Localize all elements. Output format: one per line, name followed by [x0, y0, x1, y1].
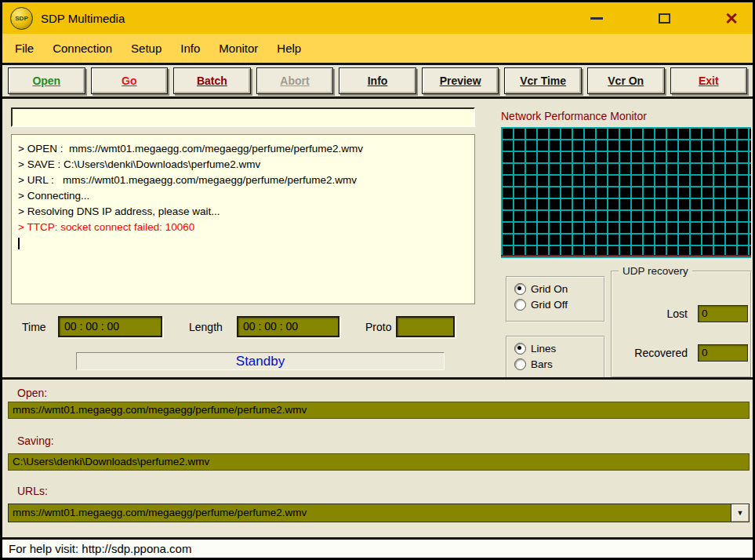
section-divider — [2, 377, 753, 380]
minimize-icon — [590, 17, 603, 20]
log-line: > OPEN : mms://wmt01.megaegg.com/megaegg… — [18, 141, 468, 157]
grid-on-label: Grid On — [531, 283, 568, 295]
menu-item-connection[interactable]: Connection — [43, 42, 122, 55]
abort-button: Abort — [256, 67, 334, 94]
radio-icon — [514, 283, 526, 295]
monitor-title: Network Performance Monitor — [501, 110, 647, 122]
log-line: > URL : mms://wmt01.megaegg.com/megaegg/… — [18, 173, 468, 188]
open-button[interactable]: Open — [8, 67, 85, 94]
menu-item-file[interactable]: File — [5, 42, 43, 55]
urls-combo-value: mms://wmt01.megaegg.com/megaegg/perfume/… — [9, 504, 731, 522]
lost-field: 0 — [698, 305, 748, 322]
graph-baseline — [501, 255, 751, 256]
window-title: SDP Multimedia — [41, 12, 125, 25]
udp-recovery-title: UDP recovery — [619, 265, 692, 277]
log-line: > Connecting... — [18, 188, 468, 204]
grid-off-label: Grid Off — [531, 299, 568, 311]
menu-item-setup[interactable]: Setup — [122, 42, 171, 55]
open-label: Open: — [17, 387, 47, 399]
toolbar: Open Go Batch Abort Info Preview Vcr Tim… — [2, 65, 753, 99]
radio-icon — [514, 358, 526, 370]
radio-icon — [514, 343, 526, 355]
window-controls: ✕ — [543, 6, 745, 30]
recovered-label: Recovered — [634, 347, 688, 359]
status-bar: For help visit: http://sdp.ppona.com — [2, 537, 753, 558]
go-button[interactable]: Go — [91, 67, 169, 94]
app-logo-text: SDP — [15, 15, 27, 22]
udp-recovered-row: Recovered 0 — [634, 344, 748, 362]
batch-button[interactable]: Batch — [173, 67, 251, 94]
titlebar: SDP SDP Multimedia ✕ — [2, 2, 753, 34]
udp-recovery-group: UDP recovery Lost 0 Recovered 0 — [611, 271, 752, 378]
udp-lost-row: Lost 0 — [667, 305, 748, 322]
urls-combobox[interactable]: mms://wmt01.megaegg.com/megaegg/perfume/… — [8, 504, 750, 522]
bars-label: Bars — [531, 358, 553, 370]
exit-button[interactable]: Exit — [670, 67, 748, 94]
grid-options-group: Grid On Grid Off — [506, 276, 605, 322]
proto-field — [396, 316, 455, 337]
radio-icon — [514, 299, 526, 311]
open-field: mms://wmt01.megaegg.com/megaegg/perfume/… — [8, 402, 750, 419]
minimize-button[interactable] — [583, 6, 610, 30]
maximize-button[interactable] — [651, 6, 677, 30]
url-input[interactable] — [11, 107, 475, 127]
recovered-field: 0 — [698, 344, 748, 362]
length-field: 00 : 00 : 00 — [237, 316, 339, 337]
network-monitor-graph — [501, 127, 751, 258]
length-label: Length — [189, 321, 223, 333]
preview-button[interactable]: Preview — [422, 67, 499, 94]
urls-dropdown-button[interactable]: ▼ — [731, 504, 749, 522]
log-output[interactable]: > OPEN : mms://wmt01.megaegg.com/megaegg… — [11, 134, 475, 304]
saving-label: Saving: — [17, 435, 54, 447]
proto-label: Proto — [365, 321, 391, 333]
text-caret — [18, 238, 20, 249]
saving-field: C:\Users\denki\Downloads\perfume2.wmv — [8, 453, 750, 471]
status-text: Standby — [76, 352, 445, 370]
time-field: 00 : 00 : 00 — [58, 316, 162, 337]
lines-label: Lines — [531, 343, 556, 355]
urls-label: URLs: — [17, 485, 48, 497]
menu-bar: File Connection Setup Info Monitor Help — [2, 34, 753, 65]
menu-item-monitor[interactable]: Monitor — [209, 42, 267, 55]
vcr-time-button[interactable]: Vcr Time — [504, 67, 582, 94]
time-label: Time — [22, 321, 46, 333]
bars-radio[interactable]: Bars — [514, 358, 597, 370]
lines-radio[interactable]: Lines — [514, 343, 597, 355]
lost-label: Lost — [667, 307, 688, 320]
help-text: For help visit: http://sdp.ppona.com — [9, 542, 191, 555]
maximize-icon — [659, 13, 670, 24]
grid-off-radio[interactable]: Grid Off — [514, 299, 597, 311]
app-logo-icon: SDP — [10, 7, 33, 30]
grid-on-radio[interactable]: Grid On — [514, 283, 597, 295]
chevron-down-icon: ▼ — [737, 509, 744, 517]
log-line-error: > TTCP: socket connect failed: 10060 — [18, 220, 468, 235]
app-window: SDP SDP Multimedia ✕ File Connection Set… — [0, 0, 755, 560]
menu-item-info[interactable]: Info — [171, 42, 209, 55]
log-line: > SAVE : C:\Users\denki\Downloads\perfum… — [18, 157, 468, 173]
vcr-on-button[interactable]: Vcr On — [587, 67, 665, 94]
close-button[interactable]: ✕ — [718, 6, 745, 30]
display-style-group: Lines Bars — [506, 336, 605, 380]
close-icon: ✕ — [724, 10, 739, 27]
log-line: > Resolving DNS IP address, please wait.… — [18, 204, 468, 220]
menu-item-help[interactable]: Help — [267, 42, 310, 55]
info-button[interactable]: Info — [339, 67, 416, 94]
